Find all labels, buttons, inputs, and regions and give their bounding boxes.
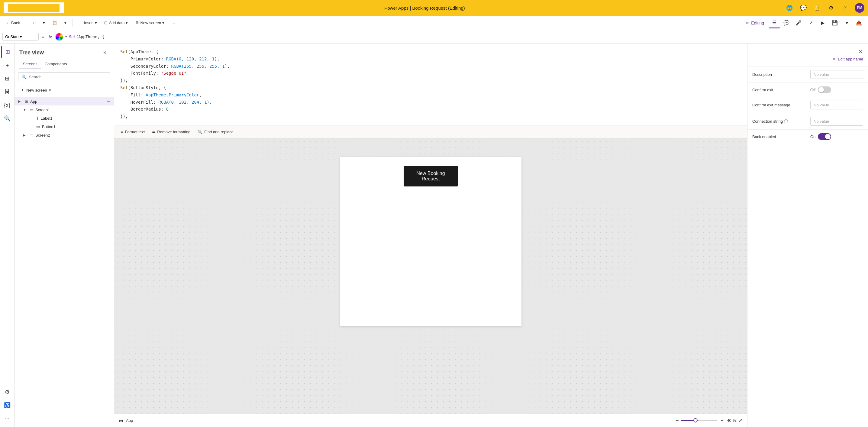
- edit-icon: ✏: [833, 57, 836, 61]
- sidebar-add-icon[interactable]: ＋: [1, 59, 13, 71]
- back-enabled-toggle[interactable]: [818, 133, 831, 140]
- undo-button[interactable]: ↩: [30, 19, 38, 26]
- prop-row-confirm-exit-message: Confirm exit message No value: [747, 97, 868, 113]
- undo-icon: ↩: [32, 21, 36, 25]
- search-icon: 🔍: [22, 74, 27, 79]
- chat-icon[interactable]: 💬: [799, 4, 808, 12]
- tab-screens[interactable]: Screens: [19, 59, 41, 69]
- plus-icon: ＋: [21, 87, 25, 93]
- fit-screen-button[interactable]: ⤢: [738, 418, 742, 423]
- voice-button[interactable]: 🎤: [793, 18, 804, 28]
- tree-item-label1[interactable]: ▶ T Label1: [14, 114, 114, 122]
- copy-icon: 📋: [52, 21, 57, 25]
- sidebar-variable-icon[interactable]: {x}: [1, 99, 13, 111]
- tree-search-box[interactable]: 🔍: [18, 72, 110, 81]
- confirm-exit-toggle[interactable]: [818, 86, 831, 93]
- save-dropdown-button[interactable]: ▾: [841, 18, 852, 28]
- back-arrow-icon: ←: [6, 21, 10, 25]
- prop-label-confirm-exit-message: Confirm exit message: [752, 103, 807, 107]
- pencil-icon: ✏: [746, 21, 749, 25]
- tab-components[interactable]: Components: [41, 59, 71, 69]
- new-screen-button[interactable]: 🖥 New screen ▾: [133, 19, 167, 26]
- add-data-button[interactable]: ⊞ Add data ▾: [102, 19, 130, 26]
- edit-app-name-link[interactable]: ✏ Edit app name: [747, 57, 868, 66]
- tree-view-button[interactable]: ☰: [769, 18, 780, 28]
- sidebar-search-icon[interactable]: 🔍: [1, 113, 13, 124]
- tree-item-label: Screen1: [35, 108, 110, 112]
- prop-label-back-enabled: Back enabled: [752, 134, 807, 139]
- sidebar-treeview-icon[interactable]: ⊞: [1, 46, 13, 58]
- copy-dropdown-button[interactable]: ▾: [62, 19, 69, 26]
- avatar[interactable]: PM: [855, 3, 864, 13]
- sidebar-grid-icon[interactable]: ⊞: [1, 72, 13, 85]
- sidebar-more-icon[interactable]: ···: [1, 413, 13, 425]
- color-picker-chevron[interactable]: ▾: [65, 35, 67, 39]
- zoom-thumb[interactable]: [693, 418, 698, 423]
- tree-item-screen2[interactable]: ▶ ▭ Screen2: [14, 131, 114, 139]
- more-options-icon[interactable]: ···: [107, 99, 110, 104]
- tree-view-close-button[interactable]: ✕: [101, 48, 109, 57]
- second-bar: ← Back ↩ ▾ 📋 ▾ ＋ Insert ▾ ⊞ Add data ▾ 🖥…: [0, 16, 868, 30]
- more-button[interactable]: ···: [169, 19, 177, 26]
- app-label: App: [126, 418, 133, 423]
- zoom-slider[interactable]: [681, 420, 717, 421]
- prop-value-description[interactable]: No value: [810, 70, 863, 79]
- formula-input[interactable]: Set(AppTheme, {: [69, 34, 866, 39]
- canvas-booking-button[interactable]: New BookingRequest: [404, 166, 458, 186]
- code-line-6: Set(ButtonStyle, {: [120, 84, 741, 92]
- back-button[interactable]: ← Back: [4, 19, 22, 26]
- publish-button[interactable]: 📤: [854, 18, 864, 28]
- sidebar-settings-icon[interactable]: ⚙: [1, 386, 13, 398]
- code-line-2: PrimaryColor: RGBA(0, 120, 212, 1),: [120, 56, 741, 63]
- screen-icon: 🖥: [135, 21, 139, 25]
- new-screen-button[interactable]: ＋ New screen ▾: [18, 86, 110, 95]
- tree-item-screen1[interactable]: ▼ ▭ Screen1: [14, 105, 114, 114]
- help-icon[interactable]: ?: [841, 4, 849, 12]
- search-icon: 🔍: [197, 130, 203, 134]
- search-input[interactable]: [29, 74, 107, 79]
- zoom-in-button[interactable]: ＋: [720, 417, 724, 424]
- insert-button[interactable]: ＋ Insert ▾: [76, 19, 100, 27]
- copy-button[interactable]: 📋: [50, 19, 60, 26]
- editing-label: ✏ Editing: [743, 21, 767, 25]
- divider-1: [26, 19, 26, 27]
- formula-bar: OnStart ▾ = fx ▾ Set(AppTheme, {: [0, 30, 868, 43]
- tree-view-tabs: Screens Components: [14, 59, 114, 69]
- code-area[interactable]: Set(AppTheme, { PrimaryColor: RGBA(0, 12…: [114, 43, 747, 125]
- toggle-knob: [818, 87, 824, 92]
- right-panel-close: ✕: [747, 43, 868, 57]
- format-text-button[interactable]: ≡ Format text: [118, 128, 148, 136]
- code-line-1: Set(AppTheme, {: [120, 48, 741, 56]
- property-dropdown[interactable]: OnStart ▾: [2, 33, 39, 40]
- find-replace-button[interactable]: 🔍 Find and replace: [194, 128, 237, 136]
- app-icon: ⊞: [25, 99, 28, 104]
- settings-icon[interactable]: ⚙: [827, 4, 835, 12]
- zoom-out-button[interactable]: −: [676, 418, 679, 423]
- save-button[interactable]: 💾: [829, 18, 840, 28]
- prop-value-confirm-exit-message[interactable]: No value: [810, 101, 863, 110]
- screen-icon: ▭: [30, 133, 34, 138]
- share-button[interactable]: ↗: [805, 18, 816, 28]
- help-circle-icon[interactable]: ⓘ: [784, 119, 788, 124]
- color-picker[interactable]: [55, 33, 63, 41]
- code-toolbar: ≡ Format text ≣ Remove formatting 🔍 Find…: [114, 125, 747, 139]
- comment-button[interactable]: 💬: [781, 18, 792, 28]
- notification-icon[interactable]: 🔔: [813, 4, 822, 12]
- tree-item-app[interactable]: ▶ ⊞ App ···: [14, 97, 114, 105]
- toggle-off-label: Off: [810, 88, 815, 92]
- prop-value-connection-string[interactable]: No value: [810, 117, 863, 126]
- play-button[interactable]: ▶: [817, 18, 828, 28]
- sidebar-data-icon[interactable]: 🗄: [1, 86, 13, 98]
- close-panel-button[interactable]: ✕: [856, 47, 864, 56]
- undo-dropdown-button[interactable]: ▾: [40, 19, 48, 26]
- tree-item-label: Label1: [41, 116, 110, 121]
- screen-icon: ▭: [30, 107, 34, 112]
- tree-item-button1[interactable]: ▶ ▭ Button1: [14, 122, 114, 131]
- sidebar-accessibility-icon[interactable]: ♿: [1, 399, 13, 411]
- code-line-9: BorderRadius: 8: [120, 106, 741, 113]
- prop-row-connection-string: Connection string ⓘ No value: [747, 113, 868, 129]
- remove-formatting-button[interactable]: ≣ Remove formatting: [149, 128, 193, 136]
- format-icon: ≡: [121, 130, 123, 134]
- world-icon[interactable]: 🌐: [785, 4, 794, 12]
- button-icon: ▭: [36, 124, 40, 129]
